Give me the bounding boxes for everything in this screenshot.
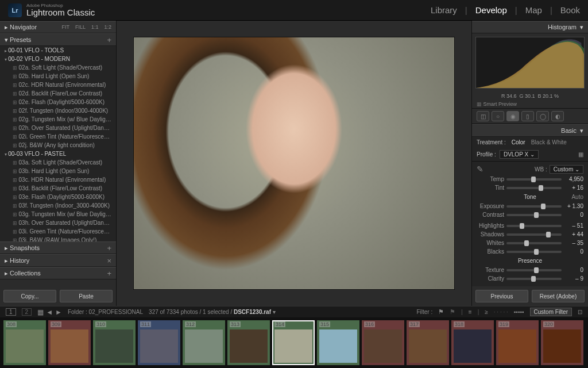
preset-item[interactable]: 02f. Tungsten (Indoor/3000-4000K) xyxy=(0,106,116,115)
thumbnail[interactable]: 318 xyxy=(451,320,494,365)
slider-highlights[interactable]: Highlights – 51 xyxy=(472,221,588,230)
slider-texture[interactable]: Texture 0 xyxy=(472,266,588,274)
preset-item[interactable]: 03g. Tungsten Mix (w/ Blue Daylight) xyxy=(0,210,116,218)
folder-path[interactable]: Folder : 02_PROFESSIONAL xyxy=(68,309,143,315)
preset-item[interactable]: 02i. Green Tint (Nature/Fluorescent/Wind… xyxy=(0,132,116,141)
preset-item[interactable]: 02c. HDR Natural (Environmental) xyxy=(0,80,116,89)
preset-item[interactable]: 02g. Tungsten Mix (w/ Blue Daylight) xyxy=(0,115,116,124)
thumbnail[interactable]: 316 xyxy=(362,320,404,365)
filter-rating-icon[interactable]: ≡ xyxy=(469,309,472,315)
page-1[interactable]: 1 xyxy=(6,308,16,316)
panel-action-icon[interactable]: + xyxy=(107,244,111,252)
slider-exposure[interactable]: Exposure + 1.30 xyxy=(472,202,588,210)
preset-item[interactable]: 03d. Backlit (Flare/Low Contrast) xyxy=(0,184,116,193)
grad-tool-icon[interactable]: ▯ xyxy=(521,111,534,121)
module-develop[interactable]: Develop xyxy=(475,5,507,15)
zoom-1:1[interactable]: 1:1 xyxy=(91,24,99,30)
slider-clarity[interactable]: Clarity – 9 xyxy=(472,274,588,283)
filter-gte-icon[interactable]: ≥ xyxy=(485,309,488,315)
page-2[interactable]: 2 xyxy=(22,308,32,316)
panel-action-icon[interactable]: + xyxy=(107,269,111,278)
preset-item[interactable]: 03j. B&W (RAW Images Only!) xyxy=(0,236,116,241)
preset-group[interactable]: 00-01 VFLO - TOOLS xyxy=(0,46,116,55)
preset-item[interactable]: 02j. B&W (Any light condition) xyxy=(0,141,116,150)
zoom-1:2[interactable]: 1:2 xyxy=(104,24,111,30)
spot-tool-icon[interactable]: ○ xyxy=(492,111,504,121)
panel-action-icon[interactable]: × xyxy=(107,256,111,265)
copy-button[interactable]: Copy... xyxy=(3,290,56,302)
reset-button[interactable]: Reset (Adobe) xyxy=(532,290,585,302)
module-library[interactable]: Library xyxy=(431,5,457,15)
thumbnail[interactable]: 311 xyxy=(138,320,180,365)
grid-icon[interactable]: ▦ xyxy=(37,308,44,316)
module-book[interactable]: Book xyxy=(560,5,580,15)
flag-pick-icon[interactable]: ⚑ xyxy=(438,308,444,316)
thumbnail[interactable]: 310 xyxy=(93,320,136,365)
wb-select[interactable]: Custom ⌄ xyxy=(550,165,583,174)
thumbnail[interactable]: 314 xyxy=(272,320,315,365)
thumbnail[interactable]: 308 xyxy=(3,320,46,365)
slider-tint[interactable]: Tint + 16 xyxy=(472,183,588,192)
presets-panel-head[interactable]: ▾ Presets + xyxy=(0,33,116,46)
preset-item[interactable]: 03h. Over Saturated (Uplight/Dancing) xyxy=(0,218,116,227)
preset-item[interactable]: 03c. HDR Natural (Environmental) xyxy=(0,175,116,184)
thumbnail[interactable]: 320 xyxy=(541,320,583,365)
thumbnail[interactable]: 313 xyxy=(227,320,270,365)
brush-tool-icon[interactable]: ◐ xyxy=(551,111,564,121)
previous-button[interactable]: Previous xyxy=(475,290,528,302)
preset-item[interactable]: 02b. Hard Light (Open Sun) xyxy=(0,72,116,80)
profile-select[interactable]: DVLOP X ⌄ xyxy=(500,150,539,159)
custom-filter-select[interactable]: Custom Filter xyxy=(530,308,572,316)
preset-item[interactable]: 03a. Soft Light (Shade/Overcast) xyxy=(0,158,116,167)
preset-group[interactable]: 00-03 VFLO - PASTEL xyxy=(0,150,116,158)
filter-stars[interactable]: · · · · · xyxy=(494,309,508,315)
histogram-panel-head[interactable]: Histogram▾ xyxy=(472,21,588,33)
basic-panel-head[interactable]: Basic▾ xyxy=(472,124,588,137)
preset-item[interactable]: 03b. Hard Light (Open Sun) xyxy=(0,167,116,175)
radial-tool-icon[interactable]: ◯ xyxy=(536,111,549,121)
thumbnail[interactable]: 317 xyxy=(407,320,449,365)
center-viewer[interactable] xyxy=(117,21,471,306)
histogram[interactable] xyxy=(475,37,585,89)
preset-item[interactable]: 02d. Backlit (Flare/Low Contrast) xyxy=(0,89,116,98)
panel-collections[interactable]: ▸ Collections+ xyxy=(0,267,116,279)
thumbnail[interactable]: 309 xyxy=(48,320,91,365)
slider-shadows[interactable]: Shadows + 44 xyxy=(472,230,588,239)
slider-whites[interactable]: Whites – 35 xyxy=(472,239,588,247)
thumbnail[interactable]: 312 xyxy=(183,320,225,365)
zoom-FILL[interactable]: FILL xyxy=(75,24,86,30)
module-map[interactable]: Map xyxy=(525,5,542,15)
redeye-tool-icon[interactable]: ◉ xyxy=(506,111,519,121)
filter-color-labels[interactable]: ▪▪▪▪▪ xyxy=(514,309,524,315)
nav-fwd-icon[interactable]: ► xyxy=(55,308,62,316)
nav-back-icon[interactable]: ◄ xyxy=(46,308,53,316)
wb-eyedropper-icon[interactable]: ✎ xyxy=(477,164,487,174)
slider-temp[interactable]: Temp 4,950 xyxy=(472,175,588,183)
flag-reject-icon[interactable]: ⚑ xyxy=(450,308,455,316)
treatment-color[interactable]: Color xyxy=(512,139,525,145)
thumbnail[interactable]: 319 xyxy=(496,320,539,365)
thumbnail[interactable]: 315 xyxy=(317,320,359,365)
profile-grid-icon[interactable]: ▦ xyxy=(578,151,583,158)
crop-tool-icon[interactable]: ◫ xyxy=(477,111,489,121)
paste-button[interactable]: Paste xyxy=(60,290,113,302)
filmstrip[interactable]: 308 309 310 311 312 313 314 315 316 31 xyxy=(0,317,588,368)
zoom-FIT[interactable]: FIT xyxy=(61,24,69,30)
preset-item[interactable]: 03i. Green Tint (Nature/Fluorescent/Wind… xyxy=(0,227,116,236)
filter-lock-icon[interactable]: ⊡ xyxy=(578,309,582,315)
slider-contrast[interactable]: Contrast 0 xyxy=(472,210,588,219)
preset-group[interactable]: 00-02 VFLO - MODERN xyxy=(0,55,116,63)
panel-snapshots[interactable]: ▸ Snapshots+ xyxy=(0,241,116,254)
panel-history[interactable]: ▸ History× xyxy=(0,254,116,267)
preset-item[interactable]: 03e. Flash (Daylight/5000-6000K) xyxy=(0,193,116,201)
treatment-bw[interactable]: Black & White xyxy=(531,139,567,145)
add-preset-icon[interactable]: + xyxy=(107,36,111,44)
preset-item[interactable]: 02e. Flash (Daylight/5000-6000K) xyxy=(0,98,116,106)
preset-item[interactable]: 02h. Over Saturated (Uplight/Dancing) xyxy=(0,124,116,132)
navigator-panel-head[interactable]: ▸ Navigator FITFILL1:11:2 xyxy=(0,21,116,33)
preset-item[interactable]: 02a. Soft Light (Shade/Overcast) xyxy=(0,63,116,72)
photo-preview[interactable] xyxy=(133,37,455,290)
slider-blacks[interactable]: Blacks 0 xyxy=(472,247,588,256)
preset-item[interactable]: 03f. Tungsten (Indoor_3000-4000K) xyxy=(0,201,116,210)
auto-button[interactable]: Auto xyxy=(571,194,583,200)
